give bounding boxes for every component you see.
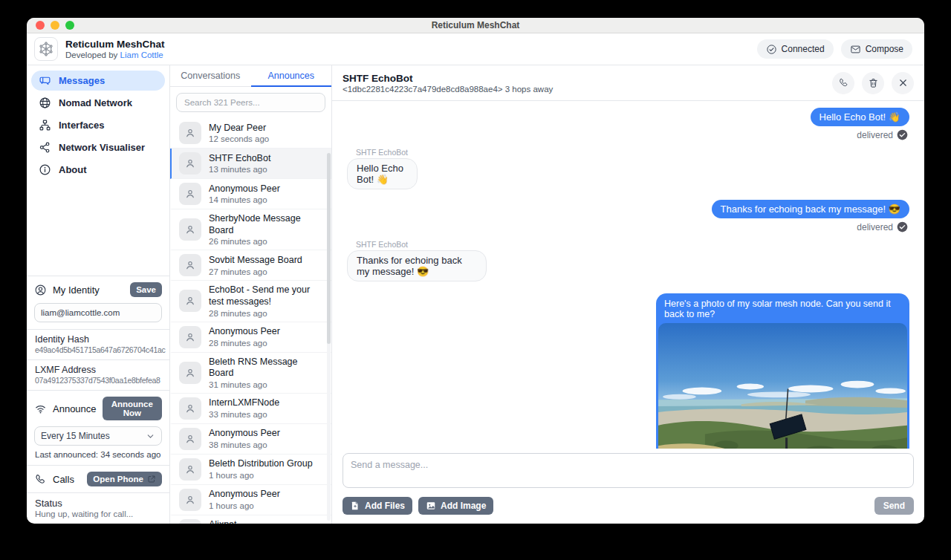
add-image-label: Add Image — [441, 501, 486, 511]
titlebar: Reticulum MeshChat — [27, 18, 924, 33]
peer-list-item-selected[interactable]: SHTF EchoBot13 minutes ago — [170, 149, 331, 179]
person-icon — [184, 127, 196, 139]
person-icon — [184, 224, 196, 235]
peer-list-item[interactable]: Beleth Distribution Group1 hours ago — [170, 455, 331, 485]
avatar — [179, 290, 201, 312]
save-button[interactable]: Save — [130, 282, 162, 297]
calls-title: Calls — [53, 474, 74, 485]
delivered-text: delivered — [857, 222, 893, 232]
status-label: Status — [35, 498, 161, 509]
message-incoming-group: SHTF EchoBot Thanks for echoing back my … — [347, 240, 546, 281]
delivered-text: delivered — [857, 130, 893, 140]
last-announced-text: Last announced: 34 seconds ago — [27, 450, 169, 465]
wifi-icon — [34, 403, 47, 415]
message-incoming: Thanks for echoing back my message! 😎 — [347, 250, 487, 281]
announce-now-button[interactable]: Announce Now — [103, 397, 162, 420]
peer-list-item[interactable]: Sovbit Message Board27 minutes ago — [170, 250, 331, 281]
peer-list-item[interactable]: Anonymous Peer1 hours ago — [170, 485, 331, 515]
message-outgoing: Hello Echo Bot! 👋 — [811, 108, 909, 126]
avatar — [179, 183, 201, 205]
close-conversation-button[interactable] — [892, 72, 914, 94]
peer-name: My Dear Peer — [209, 123, 269, 134]
peer-list-item[interactable]: Anonymous Peer14 minutes ago — [170, 179, 331, 209]
peer-list-item[interactable]: My Dear Peer12 seconds ago — [170, 118, 331, 149]
peer-list-item[interactable]: InternLXMFNode33 minutes ago — [170, 394, 331, 424]
person-icon — [184, 403, 196, 414]
peer-time: 28 minutes ago — [209, 339, 280, 348]
search-peers-input[interactable] — [176, 93, 325, 112]
chevron-down-icon — [146, 432, 155, 441]
sidebar-item-interfaces[interactable]: Interfaces — [31, 115, 165, 135]
message-input[interactable] — [343, 453, 914, 488]
identity-hash-label: Identity Hash — [35, 334, 161, 345]
delete-conversation-button[interactable] — [862, 72, 884, 94]
message-sender: SHTF EchoBot — [356, 240, 546, 249]
peer-time: 31 minutes ago — [209, 380, 324, 389]
image-icon — [426, 501, 436, 511]
compose-label: Compose — [866, 44, 903, 54]
phone-icon — [34, 473, 47, 486]
display-name-input[interactable] — [34, 303, 162, 322]
connected-status-badge[interactable]: Connected — [757, 39, 834, 59]
sidebar-item-messages[interactable]: Messages — [31, 71, 165, 91]
peer-time: 33 minutes ago — [209, 410, 279, 419]
peer-name: EchoBot - Send me your test messages! — [209, 284, 324, 307]
avatar — [179, 218, 201, 241]
share-nodes-icon — [39, 141, 51, 154]
announce-interval-select[interactable]: Every 15 Minutes — [34, 426, 162, 446]
chat-icon — [39, 74, 51, 87]
person-icon — [184, 295, 196, 307]
add-image-button[interactable]: Add Image — [418, 497, 493, 515]
chat-peer-address: <1dbc2281c4223c7a479de8cd8a988ae4> 3 hop… — [343, 85, 553, 94]
peer-time: 12 seconds ago — [209, 134, 269, 143]
person-icon — [184, 259, 196, 271]
peer-list-item[interactable]: Alixpat1 hours ago — [170, 515, 331, 524]
globe-icon — [39, 97, 51, 109]
send-button[interactable]: Send — [874, 497, 914, 515]
peer-list-item[interactable]: Beleth RNS Message Board31 minutes ago — [170, 353, 331, 394]
lxmf-address-section: LXMF Address 07a4912375337d7543f0aa1e8bf… — [27, 359, 169, 390]
peer-list-item[interactable]: SherbyNode Message Board26 minutes ago — [170, 209, 331, 250]
developer-link[interactable]: Liam Cottle — [120, 51, 163, 59]
app-window: Reticulum MeshChat Reticulum MeshChat De… — [27, 18, 924, 524]
peer-time: 1 hours ago — [209, 501, 280, 510]
app-identity: Reticulum MeshChat Developed by Liam Cot… — [65, 39, 165, 59]
announce-interval-value: Every 15 Minutes — [41, 431, 110, 441]
lxmf-address-label: LXMF Address — [35, 365, 161, 375]
trash-icon — [868, 77, 879, 88]
peer-list-scrollbar — [327, 153, 331, 521]
person-icon — [184, 494, 196, 506]
identity-hash-value: e49ac4d5b451715a647a6726704c41ac — [35, 345, 161, 354]
sidebar-nav: Messages Nomad Network Interfaces Networ… — [27, 65, 169, 182]
peer-list-item[interactable]: Anonymous Peer38 minutes ago — [170, 424, 331, 455]
peer-list-item[interactable]: EchoBot - Send me your test messages!28 … — [170, 281, 331, 322]
chat-header: SHTF EchoBot <1dbc2281c4223c7a479de8cd8a… — [332, 65, 924, 101]
peers-tabs: Conversations Announces — [170, 65, 331, 87]
add-files-button[interactable]: Add Files — [343, 497, 412, 515]
peer-name: Anonymous Peer — [209, 489, 280, 501]
sidebar-item-label: Interfaces — [59, 120, 104, 131]
photo-caption: Here's a photo of my solar mesh node. Ca… — [658, 296, 907, 323]
sidebar-item-nomad-network[interactable]: Nomad Network — [31, 93, 165, 113]
tab-announces[interactable]: Announces — [251, 65, 332, 87]
scrollbar-thumb[interactable] — [327, 153, 331, 344]
open-phone-button[interactable]: Open Phone — [87, 472, 162, 486]
call-button[interactable] — [832, 72, 854, 94]
sidebar-item-network-visualiser[interactable]: Network Visualiser — [31, 137, 165, 157]
peer-time: 26 minutes ago — [209, 237, 324, 246]
check-circle-icon — [766, 44, 777, 55]
compose-button[interactable]: Compose — [841, 39, 912, 59]
peer-list-item[interactable]: Anonymous Peer28 minutes ago — [170, 322, 331, 353]
app-logo-icon — [34, 37, 58, 61]
message-list: Hello Echo Bot! 👋 delivered SHTF EchoBot… — [332, 101, 924, 449]
tab-conversations[interactable]: Conversations — [170, 65, 251, 87]
person-icon — [184, 433, 196, 445]
avatar — [179, 254, 201, 276]
avatar — [179, 458, 201, 481]
sidebar-item-about[interactable]: About — [31, 160, 165, 180]
app-name: Reticulum MeshChat — [65, 39, 165, 51]
peer-name: Beleth RNS Message Board — [209, 356, 324, 380]
delivered-check-icon — [897, 221, 908, 232]
solar-mesh-node-photo[interactable] — [658, 323, 907, 449]
avatar — [179, 152, 201, 175]
